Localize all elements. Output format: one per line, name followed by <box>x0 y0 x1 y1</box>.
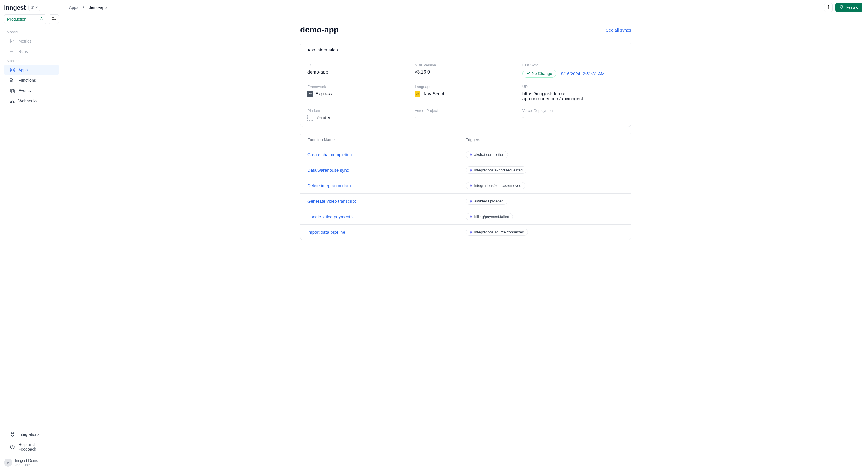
chevron-up-down-icon <box>40 17 43 22</box>
svg-rect-2 <box>10 68 12 69</box>
javascript-icon: JS <box>415 91 421 97</box>
info-label-vercel-project: Vercel Project <box>415 108 516 113</box>
event-icon: ⟪● <box>469 230 472 234</box>
info-value-id: demo-app <box>307 70 409 75</box>
event-icon: ⟪● <box>469 153 472 157</box>
apps-icon <box>10 67 15 72</box>
svg-rect-5 <box>13 70 14 72</box>
trigger-text: billing/payment.failed <box>474 214 509 219</box>
sidebar-item-events[interactable]: Events <box>4 86 59 96</box>
svg-rect-3 <box>13 68 14 69</box>
event-icon: ⟪● <box>469 215 472 218</box>
page-title: demo-app <box>300 25 339 34</box>
function-name-link[interactable]: Generate video transcript <box>307 199 466 204</box>
table-row[interactable]: Delete integration data⟪●integrations/so… <box>301 178 631 194</box>
card-header: App Information <box>301 43 631 57</box>
sidebar-item-metrics[interactable]: Metrics <box>4 36 59 46</box>
nav-section-monitor: Monitor <box>0 28 63 36</box>
nav-section-manage: Manage <box>0 57 63 65</box>
trigger-pill: ⟪●ai/video.uploaded <box>466 198 507 205</box>
trigger-text: integrations/source.connected <box>474 230 524 234</box>
breadcrumb-root[interactable]: Apps <box>69 5 78 10</box>
info-value-vercel-project: - <box>415 115 516 120</box>
express-icon: ex <box>307 91 313 97</box>
function-name-link[interactable]: Handle failed payments <box>307 214 466 219</box>
user-name: Inngest Demo <box>15 458 38 463</box>
sidebar-item-webhooks[interactable]: Webhooks <box>4 96 59 106</box>
svg-point-12 <box>828 5 829 6</box>
plug-icon <box>10 432 15 437</box>
info-value-language: JavaScript <box>423 92 444 97</box>
svg-rect-6 <box>10 89 13 92</box>
sidebar-item-functions[interactable]: Functions <box>4 75 59 86</box>
events-icon <box>10 88 15 93</box>
environment-selected: Production <box>7 17 27 22</box>
environment-select[interactable]: Production <box>4 14 46 24</box>
environment-settings-button[interactable] <box>49 14 59 24</box>
render-icon <box>307 115 313 121</box>
function-name-link[interactable]: Create chat completion <box>307 152 466 157</box>
trigger-pill: ⟪●ai/chat.completion <box>466 151 508 158</box>
dots-vertical-icon <box>826 5 830 10</box>
info-label-framework: Framework <box>307 85 409 89</box>
user-menu[interactable]: IN Inngest Demo John Doe <box>0 454 63 471</box>
trigger-pill: ⟪●integrations/source.removed <box>466 182 525 189</box>
info-label-vercel-deploy: Vercel Deployment <box>522 108 624 113</box>
info-label-id: ID <box>307 63 409 67</box>
breadcrumb-current: demo-app <box>89 5 107 10</box>
sync-status-text: No Change <box>532 71 552 76</box>
table-row[interactable]: Data warehouse sync⟪●integrations/export… <box>301 163 631 178</box>
user-sub: John Doe <box>15 463 38 467</box>
sidebar-item-integrations[interactable]: Integrations <box>4 429 59 440</box>
table-row[interactable]: Import data pipeline⟪●integrations/sourc… <box>301 225 631 240</box>
trigger-pill: ⟪●integrations/source.connected <box>466 229 528 236</box>
sidebar-item-help[interactable]: Help and Feedback <box>4 440 59 454</box>
info-label-platform: Platform <box>307 108 409 113</box>
table-row[interactable]: Generate video transcript⟪●ai/video.uplo… <box>301 194 631 209</box>
svg-point-9 <box>10 101 11 103</box>
chevron-right-icon <box>82 5 85 10</box>
info-label-url: URL <box>522 85 624 89</box>
svg-rect-4 <box>10 70 12 72</box>
col-triggers: Triggers <box>466 137 624 142</box>
trigger-text: integrations/export.requested <box>474 168 523 172</box>
resync-button[interactable]: Resync <box>835 3 862 12</box>
info-label-language: Language <box>415 85 516 89</box>
trigger-text: ai/chat.completion <box>474 153 504 157</box>
function-name-link[interactable]: Import data pipeline <box>307 230 466 235</box>
trigger-pill: ⟪●billing/payment.failed <box>466 213 513 220</box>
table-row[interactable]: Handle failed payments⟪●billing/payment.… <box>301 209 631 225</box>
more-actions-button[interactable] <box>824 3 833 12</box>
sidebar-item-label: Runs <box>19 49 28 54</box>
trigger-text: integrations/source.removed <box>474 183 522 188</box>
refresh-icon <box>839 5 843 10</box>
info-value-platform: Render <box>315 115 331 121</box>
functions-icon <box>10 78 15 83</box>
functions-table: Function Name Triggers Create chat compl… <box>300 133 631 240</box>
command-shortcut[interactable]: ⌘ K <box>29 5 40 11</box>
event-icon: ⟪● <box>469 184 472 188</box>
sidebar-item-label: Integrations <box>19 432 39 437</box>
function-name-link[interactable]: Delete integration data <box>307 183 466 188</box>
sliders-icon <box>52 16 56 22</box>
sidebar-item-apps[interactable]: Apps <box>4 65 59 75</box>
svg-point-8 <box>12 99 13 100</box>
sidebar-item-label: Help and Feedback <box>19 442 53 451</box>
info-label-sdk: SDK Version <box>415 63 516 67</box>
sync-status-pill: No Change <box>522 70 557 78</box>
sidebar-item-label: Webhooks <box>19 99 37 103</box>
svg-point-14 <box>828 8 829 8</box>
function-name-link[interactable]: Data warehouse sync <box>307 168 466 172</box>
see-all-syncs-link[interactable]: See all syncs <box>606 28 631 33</box>
svg-point-13 <box>828 7 829 7</box>
sidebar-item-label: Functions <box>19 78 36 82</box>
col-function-name: Function Name <box>307 137 466 142</box>
info-value-sdk: v3.16.0 <box>415 70 516 75</box>
info-label-last-sync: Last Sync <box>522 63 624 67</box>
event-icon: ⟪● <box>469 168 472 172</box>
info-value-vercel-deploy: - <box>522 115 624 120</box>
sidebar-item-runs[interactable]: Runs <box>4 46 59 57</box>
table-row[interactable]: Create chat completion⟪●ai/chat.completi… <box>301 147 631 163</box>
sync-time-link[interactable]: 8/16/2024, 2:51:31 AM <box>561 71 604 76</box>
sidebar-item-label: Apps <box>19 68 28 72</box>
